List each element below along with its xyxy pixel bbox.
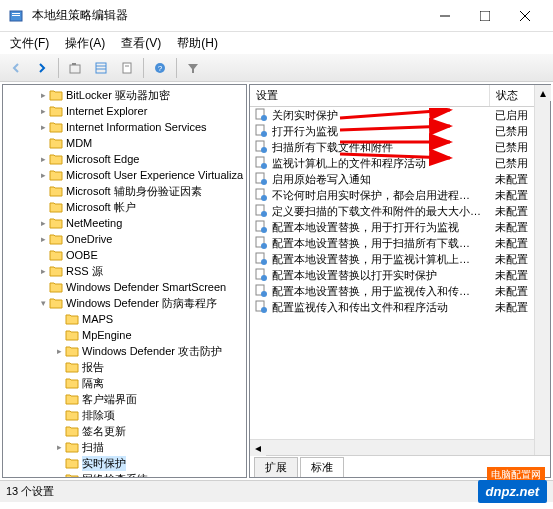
expand-icon[interactable]: ▸ bbox=[37, 234, 49, 244]
menu-view[interactable]: 查看(V) bbox=[115, 33, 167, 54]
svg-point-33 bbox=[261, 243, 267, 249]
setting-name: 扫描所有下载文件和附件 bbox=[272, 140, 495, 155]
list-row[interactable]: 配置本地设置替换以打开实时保护未配置 bbox=[250, 267, 550, 283]
folder-icon bbox=[49, 169, 63, 181]
list-row[interactable]: 监视计算机上的文件和程序活动已禁用 bbox=[250, 155, 550, 171]
list-row[interactable]: 配置本地设置替换，用于监视传入和传…未配置 bbox=[250, 283, 550, 299]
toolbar: ? bbox=[0, 54, 553, 82]
policy-icon bbox=[254, 252, 268, 266]
list-row[interactable]: 配置监视传入和传出文件和程序活动未配置 bbox=[250, 299, 550, 315]
help-button[interactable]: ? bbox=[148, 56, 172, 80]
svg-point-31 bbox=[261, 227, 267, 233]
expand-icon[interactable]: ▸ bbox=[37, 266, 49, 276]
setting-name: 不论何时启用实时保护，都会启用进程… bbox=[272, 188, 495, 203]
tree-item[interactable]: ▸Microsoft User Experience Virtualiza bbox=[5, 167, 244, 183]
folder-icon bbox=[49, 265, 63, 277]
expand-icon[interactable]: ▸ bbox=[37, 122, 49, 132]
tab-extended[interactable]: 扩展 bbox=[254, 457, 298, 477]
tree-item[interactable]: ▸Internet Information Services bbox=[5, 119, 244, 135]
tree-label: RSS 源 bbox=[66, 264, 103, 279]
filter-button[interactable] bbox=[181, 56, 205, 80]
up-button[interactable] bbox=[63, 56, 87, 80]
tree-item[interactable]: 网络检查系统 bbox=[5, 471, 244, 478]
list-row[interactable]: 定义要扫描的下载文件和附件的最大大小…未配置 bbox=[250, 203, 550, 219]
list-button[interactable] bbox=[89, 56, 113, 80]
tree-item[interactable]: ▸Windows Defender 攻击防护 bbox=[5, 343, 244, 359]
menu-help[interactable]: 帮助(H) bbox=[171, 33, 224, 54]
close-button[interactable] bbox=[505, 2, 545, 30]
tree-item[interactable]: Microsoft 帐户 bbox=[5, 199, 244, 215]
separator bbox=[58, 58, 59, 78]
svg-point-21 bbox=[261, 147, 267, 153]
folder-icon bbox=[49, 233, 63, 245]
svg-rect-1 bbox=[12, 13, 20, 14]
tree-item[interactable]: 隔离 bbox=[5, 375, 244, 391]
policy-icon bbox=[254, 300, 268, 314]
tree-item[interactable]: 报告 bbox=[5, 359, 244, 375]
tree-item[interactable]: ▾Windows Defender 防病毒程序 bbox=[5, 295, 244, 311]
tree-item[interactable]: 签名更新 bbox=[5, 423, 244, 439]
tree-item[interactable]: 客户端界面 bbox=[5, 391, 244, 407]
setting-name: 关闭实时保护 bbox=[272, 108, 495, 123]
tree-label: OOBE bbox=[66, 249, 98, 261]
tree-item[interactable]: 实时保护 bbox=[5, 455, 244, 471]
column-setting[interactable]: 设置 bbox=[250, 85, 490, 106]
tree-pane[interactable]: ▸BitLocker 驱动器加密▸Internet Explorer▸Inter… bbox=[2, 84, 247, 478]
expand-icon[interactable]: ▸ bbox=[37, 106, 49, 116]
list-pane: 设置 状态 关闭实时保护已启用打开行为监视已禁用扫描所有下载文件和附件已禁用监视… bbox=[249, 84, 551, 478]
list-row[interactable]: 配置本地设置替换，用于打开行为监视未配置 bbox=[250, 219, 550, 235]
svg-rect-2 bbox=[12, 15, 20, 16]
expand-icon[interactable]: ▸ bbox=[53, 346, 65, 356]
tree-item[interactable]: ▸BitLocker 驱动器加密 bbox=[5, 87, 244, 103]
minimize-button[interactable] bbox=[425, 2, 465, 30]
folder-icon bbox=[65, 345, 79, 357]
separator bbox=[143, 58, 144, 78]
scrollbar-horizontal[interactable]: ◂ bbox=[250, 439, 534, 455]
tree-item[interactable]: ▸Internet Explorer bbox=[5, 103, 244, 119]
list-row[interactable]: 不论何时启用实时保护，都会启用进程…未配置 bbox=[250, 187, 550, 203]
scroll-up-icon[interactable]: ▴ bbox=[535, 85, 551, 101]
tree-item[interactable]: OOBE bbox=[5, 247, 244, 263]
expand-icon[interactable]: ▸ bbox=[37, 154, 49, 164]
tree-item[interactable]: ▸RSS 源 bbox=[5, 263, 244, 279]
expand-icon[interactable]: ▸ bbox=[37, 218, 49, 228]
expand-icon[interactable]: ▾ bbox=[37, 298, 49, 308]
tree-item[interactable]: MpEngine bbox=[5, 327, 244, 343]
setting-name: 配置本地设置替换，用于打开行为监视 bbox=[272, 220, 495, 235]
list-row[interactable]: 扫描所有下载文件和附件已禁用 bbox=[250, 139, 550, 155]
list-row[interactable]: 关闭实时保护已启用 bbox=[250, 107, 550, 123]
policy-icon bbox=[254, 188, 268, 202]
list-row[interactable]: 启用原始卷写入通知未配置 bbox=[250, 171, 550, 187]
tree-label: OneDrive bbox=[66, 233, 112, 245]
tab-standard[interactable]: 标准 bbox=[300, 457, 344, 477]
scroll-left-icon[interactable]: ◂ bbox=[250, 440, 266, 456]
expand-icon[interactable]: ▸ bbox=[37, 170, 49, 180]
tree-item[interactable]: ▸扫描 bbox=[5, 439, 244, 455]
expand-icon[interactable]: ▸ bbox=[37, 90, 49, 100]
folder-icon bbox=[65, 425, 79, 437]
folder-icon bbox=[65, 409, 79, 421]
list-row[interactable]: 配置本地设置替换，用于扫描所有下载…未配置 bbox=[250, 235, 550, 251]
expand-icon[interactable]: ▸ bbox=[53, 442, 65, 452]
maximize-button[interactable] bbox=[465, 2, 505, 30]
tree-label: MDM bbox=[66, 137, 92, 149]
tree-item[interactable]: ▸Microsoft Edge bbox=[5, 151, 244, 167]
tree-item[interactable]: MDM bbox=[5, 135, 244, 151]
folder-icon bbox=[49, 121, 63, 133]
forward-button[interactable] bbox=[30, 56, 54, 80]
tree-item[interactable]: ▸NetMeeting bbox=[5, 215, 244, 231]
list-row[interactable]: 打开行为监视已禁用 bbox=[250, 123, 550, 139]
back-button[interactable] bbox=[4, 56, 28, 80]
tree-item[interactable]: Microsoft 辅助身份验证因素 bbox=[5, 183, 244, 199]
list-row[interactable]: 配置本地设置替换，用于监视计算机上…未配置 bbox=[250, 251, 550, 267]
tree-item[interactable]: MAPS bbox=[5, 311, 244, 327]
menu-file[interactable]: 文件(F) bbox=[4, 33, 55, 54]
status-text: 13 个设置 bbox=[6, 484, 54, 499]
tree-item[interactable]: 排除项 bbox=[5, 407, 244, 423]
scrollbar-vertical[interactable]: ▴ bbox=[534, 85, 550, 455]
tree-item[interactable]: ▸OneDrive bbox=[5, 231, 244, 247]
menu-action[interactable]: 操作(A) bbox=[59, 33, 111, 54]
svg-point-25 bbox=[261, 179, 267, 185]
tree-item[interactable]: Windows Defender SmartScreen bbox=[5, 279, 244, 295]
properties-button[interactable] bbox=[115, 56, 139, 80]
